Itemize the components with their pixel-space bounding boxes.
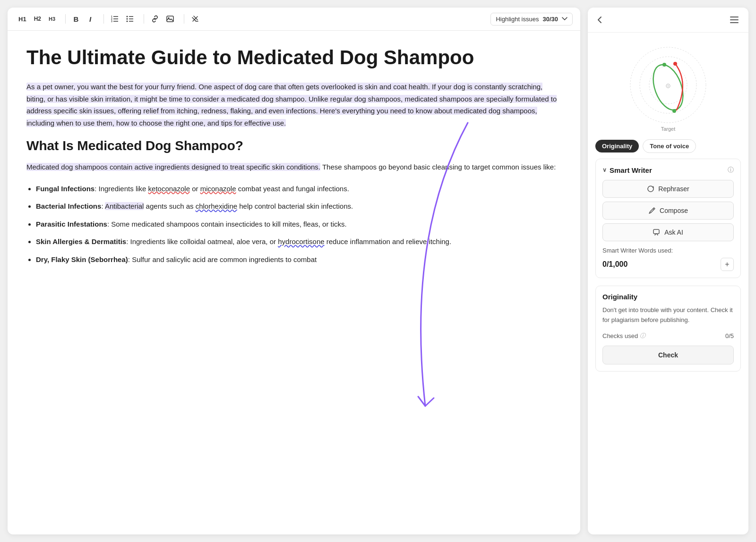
tone-chart xyxy=(621,40,715,125)
back-button[interactable] xyxy=(595,14,604,25)
originality-description: Don't get into trouble with your content… xyxy=(602,305,734,325)
words-used-label: Smart Writer Words used: xyxy=(602,247,734,254)
checks-info-icon[interactable]: ⓘ xyxy=(640,332,645,340)
svg-point-17 xyxy=(630,47,706,123)
svg-point-6 xyxy=(127,16,128,17)
highlighted-text-1: As a pet owner, you want the best for yo… xyxy=(26,83,557,127)
tabs-row: Originality Tone of voice xyxy=(588,136,748,159)
tone-chart-area: Target xyxy=(588,33,748,136)
toolbar-divider-2 xyxy=(103,14,104,24)
checks-count: 0/5 xyxy=(725,332,734,339)
svg-text:3: 3 xyxy=(111,20,112,22)
unordered-list-button[interactable] xyxy=(123,12,137,25)
section-1-paragraph: Medicated dog shampoos contain active in… xyxy=(26,161,561,173)
h2-button[interactable]: H2 xyxy=(31,12,44,25)
tab-tone-of-voice[interactable]: Tone of voice xyxy=(643,139,696,153)
list-group: 1 2 3 xyxy=(108,12,137,25)
svg-point-22 xyxy=(668,85,669,87)
words-counter-row: 0/1,000 + xyxy=(602,258,734,271)
clear-format-button[interactable] xyxy=(188,12,202,25)
tab-originality[interactable]: Originality xyxy=(595,140,639,152)
toolbar: H1 H2 H3 B I 1 2 3 xyxy=(8,8,580,31)
list-item-allergies: Skin Allergies & Dermatitis: Ingredients… xyxy=(36,236,561,248)
svg-point-23 xyxy=(662,63,666,67)
target-label: Target xyxy=(661,126,676,132)
heading-group: H1 H2 H3 xyxy=(15,12,59,25)
smart-writer-card: ∨ Smart Writer ⓘ Rephraser Compose xyxy=(595,159,741,278)
list-item-parasitic: Parasitic Infestations: Some medicated s… xyxy=(36,218,561,230)
h3-button[interactable]: H3 xyxy=(45,12,59,25)
rephraser-button[interactable]: Rephraser xyxy=(602,180,734,198)
smart-writer-title: ∨ Smart Writer xyxy=(602,166,652,174)
highlight-label: Highlight issues xyxy=(496,16,539,23)
right-panel-header xyxy=(588,8,748,33)
ordered-list-button[interactable]: 1 2 3 xyxy=(108,12,122,25)
svg-point-8 xyxy=(127,21,128,22)
section-1-continuation: These shampoos go beyond basic cleansing… xyxy=(322,163,556,171)
menu-button[interactable] xyxy=(728,14,741,25)
editor-content[interactable]: The Ultimate Guide to Medicated Dog Sham… xyxy=(8,31,580,534)
article-title: The Ultimate Guide to Medicated Dog Sham… xyxy=(26,46,561,69)
editor-panel: H1 H2 H3 B I 1 2 3 xyxy=(8,8,580,534)
image-button[interactable] xyxy=(163,12,177,25)
info-icon[interactable]: ⓘ xyxy=(728,166,734,174)
link-button[interactable] xyxy=(148,12,162,25)
svg-point-18 xyxy=(640,57,696,113)
list-item-bacterial: Bacterial Infections: Antibacterial agen… xyxy=(36,200,561,212)
bold-button[interactable]: B xyxy=(69,12,83,25)
highlight-dropdown[interactable]: Highlight issues 30/30 xyxy=(490,13,573,25)
list-item-fungal: Fungal Infections: Ingredients like keto… xyxy=(36,183,561,195)
intro-paragraph: As a pet owner, you want the best for yo… xyxy=(26,81,561,129)
list-item-dry-skin: Dry, Flaky Skin (Seborrhea): Sulfur and … xyxy=(36,254,561,266)
toolbar-divider-4 xyxy=(184,14,184,24)
rephraser-icon xyxy=(647,185,654,193)
originality-card: Originality Don't get into trouble with … xyxy=(595,286,741,372)
svg-rect-26 xyxy=(653,229,659,234)
checks-row: Checks used ⓘ 0/5 xyxy=(602,332,734,340)
right-panel-content[interactable]: ∨ Smart Writer ⓘ Rephraser Compose xyxy=(588,159,748,534)
smart-writer-header: ∨ Smart Writer ⓘ xyxy=(602,166,734,174)
ask-ai-icon xyxy=(653,229,661,236)
expand-icon: ∨ xyxy=(602,167,607,173)
conditions-list: Fungal Infections: Ingredients like keto… xyxy=(26,183,561,266)
toolbar-divider-3 xyxy=(144,14,144,24)
highlight-count: 30/30 xyxy=(542,16,558,23)
format-group: B I xyxy=(69,12,97,25)
right-panel: Target Originality Tone of voice ∨ Smart… xyxy=(588,8,748,534)
svg-point-25 xyxy=(673,62,677,66)
insert-group xyxy=(148,12,177,25)
check-button[interactable]: Check xyxy=(602,346,734,364)
italic-button[interactable]: I xyxy=(84,12,97,25)
ask-ai-button[interactable]: Ask AI xyxy=(602,223,734,241)
highlighted-text-2: Medicated dog shampoos contain active in… xyxy=(26,163,320,171)
svg-point-24 xyxy=(672,109,676,113)
h1-button[interactable]: H1 xyxy=(15,12,30,25)
checks-label: Checks used ⓘ xyxy=(602,332,645,340)
originality-title: Originality xyxy=(602,293,734,301)
section-heading-1: What Is Medicated Dog Shampoo? xyxy=(26,138,561,153)
add-words-button[interactable]: + xyxy=(721,258,734,271)
toolbar-divider-1 xyxy=(65,14,66,24)
words-count: 0/1,000 xyxy=(602,260,627,269)
svg-point-7 xyxy=(127,18,128,20)
compose-button[interactable]: Compose xyxy=(602,202,734,220)
chevron-down-icon xyxy=(562,17,567,21)
compose-icon xyxy=(648,207,656,214)
